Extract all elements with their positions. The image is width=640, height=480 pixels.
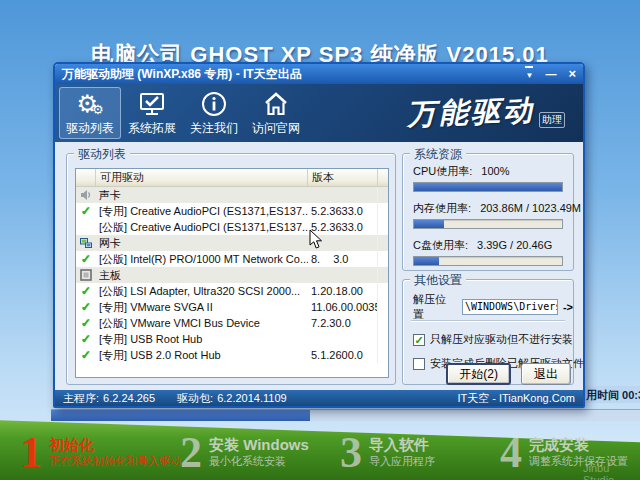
cpu-usage-value: 100% bbox=[481, 165, 509, 177]
category-row[interactable]: 声卡 bbox=[76, 187, 388, 203]
group-title: 其他设置 bbox=[410, 272, 466, 289]
network-icon bbox=[80, 237, 92, 249]
memory-usage: 内存使用率: 203.86M / 1023.49M bbox=[413, 201, 563, 229]
brand-logo-sub: 助理 bbox=[539, 112, 565, 128]
step-number: 4 bbox=[500, 433, 522, 473]
toolbar-button-label: 系统拓展 bbox=[128, 120, 176, 137]
checkbox-icon[interactable]: ✓ bbox=[413, 334, 425, 346]
driver-name: 主板 bbox=[96, 268, 308, 283]
extract-location-label: 解压位置 bbox=[413, 292, 457, 322]
memory-usage-fill bbox=[414, 220, 444, 228]
speaker-icon bbox=[80, 189, 92, 201]
step-title: 导入软件 bbox=[369, 436, 435, 454]
check-cell: ✓ bbox=[76, 284, 96, 298]
toolbar-button-label: 驱动列表 bbox=[66, 120, 114, 137]
driver-version: 1.20.18.00 bbox=[308, 283, 378, 299]
disk-usage-label: C盘使用率: bbox=[413, 239, 468, 251]
disk-usage: C盘使用率: 3.39G / 20.46G bbox=[413, 238, 563, 266]
start-button[interactable]: 开始(2) bbox=[446, 363, 511, 385]
step-title: 初始化 bbox=[49, 436, 181, 454]
toolbar-button-follow-us[interactable]: 关注我们 bbox=[183, 87, 245, 139]
step-number: 2 bbox=[180, 433, 202, 473]
check-cell: ✓ bbox=[76, 316, 96, 330]
memory-usage-bar bbox=[413, 219, 563, 229]
driver-name: [专用] USB Root Hub bbox=[96, 332, 308, 347]
driver-row[interactable]: [公版] Creative AudioPCI (ES1371,ES137...5… bbox=[76, 219, 388, 235]
driver-version bbox=[308, 331, 378, 347]
driver-row[interactable]: ✓[专用] USB 2.0 Root Hub5.1.2600.0 bbox=[76, 347, 388, 363]
driver-version bbox=[308, 267, 378, 283]
driver-listview[interactable]: 可用驱动 版本 声卡✓[专用] Creative AudioPCI (ES137… bbox=[75, 168, 389, 378]
statusbar: 主程序: 6.2.24.265 驱动包: 6.2.2014.1109 IT天空 … bbox=[55, 390, 583, 406]
cpu-usage-label: CPU使用率: bbox=[413, 165, 472, 177]
motherboard-icon bbox=[80, 269, 92, 281]
menu-dropdown-icon[interactable]: ▼ bbox=[525, 66, 533, 83]
exit-button[interactable]: 退出 bbox=[521, 363, 571, 385]
cpu-usage: CPU使用率: 100% bbox=[413, 164, 563, 192]
category-row[interactable]: 主板 bbox=[76, 267, 388, 283]
check-cell: ✓ bbox=[76, 348, 96, 362]
driver-version: 7.2.30.0 bbox=[308, 315, 378, 331]
toolbar-button-driver-list[interactable]: ⚙⚙ 驱动列表 bbox=[59, 87, 121, 139]
driver-name: [专用] VMware SVGA II bbox=[96, 300, 308, 315]
mouse-cursor bbox=[309, 229, 323, 254]
background-progressbar bbox=[51, 409, 640, 421]
driver-name: 网卡 bbox=[96, 236, 308, 251]
driver-row[interactable]: ✓[公版] LSI Adapter, Ultra320 SCSI 2000...… bbox=[76, 283, 388, 299]
driver-row[interactable]: ✓[专用] Creative AudioPCI (ES1371,ES137...… bbox=[76, 203, 388, 219]
check-icon: ✓ bbox=[81, 252, 91, 266]
main-program-label: 主程序: bbox=[63, 391, 99, 406]
system-resources-group: 系统资源 CPU使用率: 100% 内存使用率: 203.86M / 1023.… bbox=[402, 153, 574, 271]
category-row[interactable]: 网卡 bbox=[76, 235, 388, 251]
background-progressbar-fill bbox=[51, 410, 310, 421]
brand-logo-text: 万能驱动 bbox=[406, 91, 535, 135]
check-icon: ✓ bbox=[81, 284, 91, 298]
header-icon-column bbox=[76, 169, 96, 186]
group-title: 系统资源 bbox=[410, 146, 466, 163]
toolbar-button-visit-website[interactable]: 访问官网 bbox=[245, 87, 307, 139]
driver-name: [专用] USB 2.0 Root Hub bbox=[96, 348, 308, 363]
step-title: 安装 Windows bbox=[209, 436, 309, 454]
driver-row[interactable]: ✓[专用] VMware SVGA II11.06.00.0035 bbox=[76, 299, 388, 315]
checkbox-icon[interactable]: ✓ bbox=[413, 358, 425, 370]
memory-usage-label: 内存使用率: bbox=[413, 202, 471, 214]
driver-name: [专用] Creative AudioPCI (ES1371,ES137... bbox=[96, 204, 308, 219]
driver-row[interactable]: ✓[专用] USB Root Hub bbox=[76, 331, 388, 347]
check-cell: ✓ bbox=[76, 252, 96, 266]
check-icon: ✓ bbox=[81, 204, 91, 218]
listview-body: 声卡✓[专用] Creative AudioPCI (ES1371,ES137.… bbox=[76, 187, 388, 363]
checkbox-extract-only[interactable]: ✓ 只解压对应驱动但不进行安装 bbox=[413, 332, 573, 347]
category-icon-cell bbox=[76, 189, 96, 201]
check-icon: ✓ bbox=[81, 332, 91, 346]
header-version[interactable]: 版本 bbox=[308, 169, 378, 186]
cpu-usage-bar bbox=[413, 182, 563, 192]
check-cell: ✓ bbox=[76, 300, 96, 314]
close-icon[interactable]: × bbox=[568, 67, 576, 81]
check-cell: ✓ bbox=[76, 332, 96, 346]
main-program-version: 6.2.24.265 bbox=[103, 392, 155, 404]
extract-path-input[interactable]: \WINDOWS\Drivers bbox=[462, 299, 558, 315]
toolbar-button-system-expand[interactable]: 系统拓展 bbox=[121, 87, 183, 139]
step-1-initialize: 1 初始化 正在系统初始化和导入驱动 bbox=[20, 433, 181, 473]
check-cell: ✓ bbox=[76, 204, 96, 218]
check-icon: ✓ bbox=[81, 348, 91, 362]
gears-icon: ⚙⚙ bbox=[76, 90, 103, 118]
memory-usage-value: 203.86M / 1023.49M bbox=[480, 202, 581, 214]
step-subtitle: 正在系统初始化和导入驱动 bbox=[49, 454, 181, 469]
disk-usage-value: 3.39G / 20.46G bbox=[477, 239, 552, 251]
header-available-drivers[interactable]: 可用驱动 bbox=[96, 169, 308, 186]
step-number: 3 bbox=[340, 433, 362, 473]
driver-name: [公版] Creative AudioPCI (ES1371,ES137... bbox=[96, 220, 308, 235]
category-icon-cell bbox=[76, 237, 96, 249]
toolbar-button-label: 访问官网 bbox=[252, 120, 300, 137]
window-content: 驱动列表 可用驱动 版本 声卡✓[专用] Creative AudioPCI (… bbox=[55, 142, 583, 390]
category-icon-cell bbox=[76, 269, 96, 281]
driver-row[interactable]: ✓[公版] Intel(R) PRO/1000 MT Network Co...… bbox=[76, 251, 388, 267]
driver-name: [公版] VMware VMCI Bus Device bbox=[96, 316, 308, 331]
extract-browse-arrow[interactable]: -> bbox=[563, 301, 573, 313]
step-title: 完成安装 bbox=[529, 436, 628, 454]
driver-row[interactable]: ✓[公版] VMware VMCI Bus Device7.2.30.0 bbox=[76, 315, 388, 331]
driver-version bbox=[308, 187, 378, 203]
minimize-icon[interactable]: — bbox=[545, 67, 556, 81]
titlebar[interactable]: 万能驱动助理 (WinXP.x86 专用) - IT天空出品 ▼ — × bbox=[55, 64, 583, 84]
